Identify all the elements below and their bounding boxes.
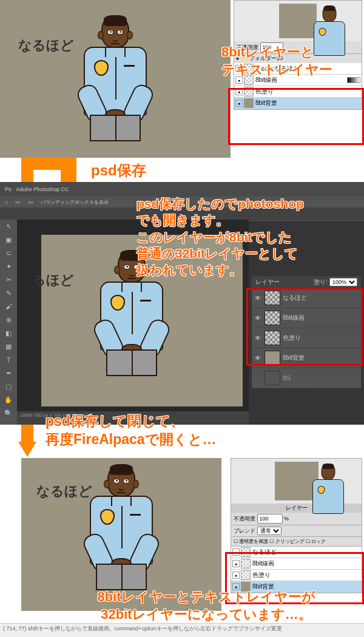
navigator-thumb	[279, 4, 317, 38]
protect-row: ☐ 透明度を保護 ☐ クリッピング ☐ ロック	[231, 537, 362, 547]
ps-titlebar: PsAdobe Photoshop CC	[0, 182, 364, 197]
layer-row[interactable]: 👁8bit背景	[252, 348, 361, 368]
gradient-tool-icon: ▦	[1, 340, 16, 352]
annotation-4: 8bitレイヤーとテキストレイヤーが32bitレイヤーになっています…。	[52, 588, 361, 623]
layer-row[interactable]: 8G	[252, 368, 361, 388]
arrow-stem-mid	[61, 158, 76, 183]
hand-tool-icon: ✋	[1, 394, 16, 406]
visibility-icon: 👁	[254, 335, 262, 342]
lasso-tool-icon: ⊂	[1, 247, 16, 259]
layer-row[interactable]: ●8bit背景	[234, 98, 362, 109]
pen-tool-icon: ✒	[1, 367, 16, 379]
canvas-firealpaca-1: なるほど	[0, 0, 231, 158]
layer-row[interactable]: ●8bit線画	[231, 558, 362, 570]
canvas-text-3: なるほど	[36, 482, 92, 500]
annotation-2: psd保存したのでphotoshopでも開きます。このレイヤーが8bitでした普…	[136, 195, 361, 278]
zoom-tool-icon: 🔍	[1, 407, 16, 419]
annotation-3: psd保存して閉じて、再度FireAlpacaで開くと…	[46, 413, 217, 449]
layer-row[interactable]: ●なるほど	[231, 547, 362, 558]
brush-tool-icon: 🖌	[1, 300, 16, 312]
ps-toolbar[interactable]: ↖▣⊂✦✂✎🖌⊕◧▦T✒▢✋🔍	[0, 220, 17, 425]
firealpaca-panel-3: レイヤー 不透明度 % ブレンド 通常 ☐ 透明度を保護 ☐ クリッピング ☐ …	[231, 458, 362, 593]
eraser-tool-icon: ◧	[1, 327, 16, 339]
annotation-save: psd保存	[91, 161, 146, 180]
opacity-input-3[interactable]	[257, 514, 283, 524]
move-tool-icon: ↖	[1, 220, 16, 232]
status-bar: ( 714, 77) shiftキーを押しながらで直線描画。command+op…	[0, 623, 364, 637]
opacity-row-3: 不透明度 %	[231, 513, 362, 525]
annotation-1: 8bitレイヤーとテキストレイヤー	[221, 44, 361, 78]
eyedropper-icon: ✎	[1, 287, 16, 299]
blend-select[interactable]: 通常	[257, 527, 281, 535]
character-figure-3	[90, 464, 153, 590]
fill-select[interactable]: 100%	[329, 278, 357, 286]
crop-tool-icon: ✂	[1, 274, 16, 286]
layer-row[interactable]: 👁なるほど	[252, 288, 361, 308]
navigator-thumb-3	[275, 462, 318, 500]
blend-row: ブレンド 通常	[231, 525, 362, 537]
layer-row[interactable]: ●色塗り	[234, 86, 362, 98]
stamp-tool-icon: ⊕	[1, 314, 16, 326]
shape-tool-icon: ▢	[1, 380, 16, 393]
visibility-icon: 👁	[254, 315, 262, 322]
canvas-text-2: るほど	[32, 271, 74, 289]
ps-layers-panel: レイヤー塗り: 100% 👁なるほど 👁8bit線画 👁色塗り 👁8bit背景 …	[252, 276, 361, 388]
layer-row[interactable]: 👁8bit線画	[252, 308, 361, 328]
layer-row[interactable]: 👁色塗り	[252, 328, 361, 348]
wand-tool-icon: ✦	[1, 260, 16, 272]
visibility-icon: 👁	[254, 355, 262, 362]
layer-row[interactable]: ●色塗り	[231, 570, 362, 581]
text-tool-icon: T	[1, 354, 16, 366]
character-figure	[84, 15, 147, 141]
canvas-text-1: なるほど	[18, 36, 74, 55]
marquee-tool-icon: ▣	[1, 234, 16, 246]
visibility-icon: 👁	[254, 295, 262, 302]
